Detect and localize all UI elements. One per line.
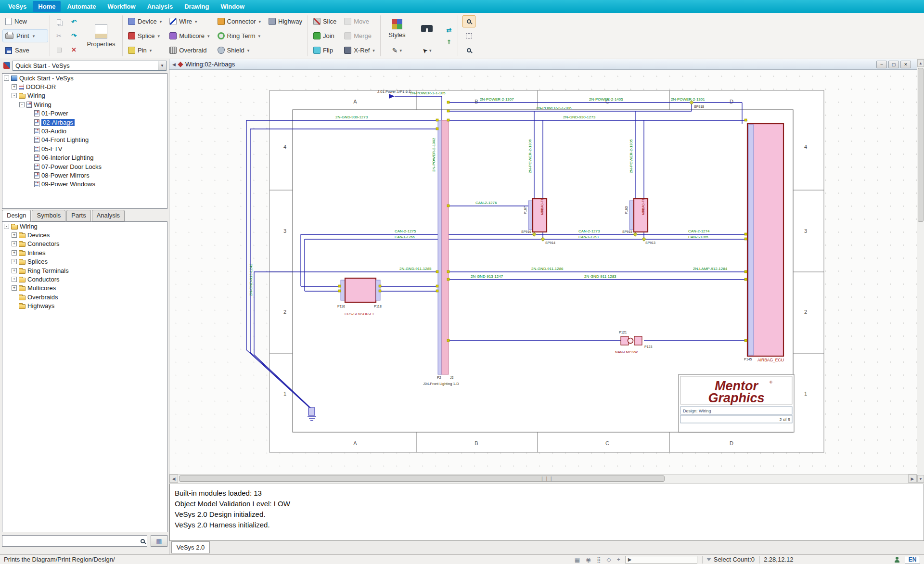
- ground-symbol[interactable]: [308, 408, 315, 415]
- expand-icon[interactable]: +: [12, 84, 17, 90]
- palette-tree-item-overbraids[interactable]: -Overbraids: [2, 293, 167, 301]
- filter-icon[interactable]: [706, 558, 711, 561]
- palette-tree-item-wiring[interactable]: -Wiring: [2, 222, 167, 231]
- wiring-diagram[interactable]: AABBCCDD44332211J-01-Power-1/P1-6-D2N-PO…: [169, 70, 917, 474]
- scroll-left-button[interactable]: ◀: [169, 474, 178, 483]
- tool-connector-button[interactable]: Connector▾: [216, 14, 263, 28]
- grid-dots-icon[interactable]: ⣿: [597, 556, 601, 563]
- tab-parts[interactable]: Parts: [66, 210, 90, 221]
- copy-icon[interactable]: [57, 19, 61, 25]
- tool-wire-button[interactable]: Wire▾: [167, 14, 211, 28]
- project-tree-item-04-front-lighting[interactable]: -04-Front Lighting: [2, 136, 167, 144]
- vertical-scroll-thumb[interactable]: [918, 68, 924, 222]
- palette-grid-view-button[interactable]: ▦: [151, 535, 167, 547]
- tool-shield-button[interactable]: Shield▾: [216, 43, 263, 57]
- project-tree-item-door-dr[interactable]: +DOOR-DR: [2, 82, 167, 91]
- palette-search-input[interactable]: [2, 538, 141, 545]
- palette-tree-item-devices[interactable]: +Devices: [2, 231, 167, 239]
- restore-button[interactable]: ▢: [888, 61, 899, 68]
- collapse-panel-icon[interactable]: ◀: [172, 62, 176, 67]
- menu-item-home[interactable]: Home: [33, 1, 61, 12]
- select-tool-button[interactable]: ➤ ▾: [422, 44, 431, 57]
- minimize-button[interactable]: –: [876, 61, 887, 68]
- project-tree-item-03-audio[interactable]: -03-Audio: [2, 127, 167, 135]
- harness-bus-pin-strip[interactable]: [438, 120, 442, 374]
- project-tree-item-quick-start-vesys[interactable]: -Quick Start - VeSys: [2, 74, 167, 82]
- tool-multicore-button[interactable]: Multicore▾: [167, 29, 211, 43]
- tool-slice-button[interactable]: Slice: [311, 14, 338, 28]
- cut-icon[interactable]: ✂: [56, 32, 62, 39]
- pan-grid-icon[interactable]: ▦: [575, 556, 580, 563]
- component-crs-sensor[interactable]: [345, 278, 376, 302]
- redo-icon[interactable]: ↷: [71, 32, 77, 39]
- collapse-icon[interactable]: -: [12, 93, 17, 98]
- undo-icon[interactable]: ↶: [71, 18, 77, 26]
- project-selector-combobox[interactable]: Quick Start - VeSys ▼: [13, 61, 167, 71]
- language-indicator[interactable]: EN: [905, 556, 920, 564]
- print-button[interactable]: Print▾: [2, 29, 48, 42]
- tool-device-button[interactable]: Device▾: [126, 14, 164, 28]
- tool-splice-button[interactable]: Splice▾: [126, 29, 164, 43]
- tool-highway-button[interactable]: Highway: [267, 14, 304, 28]
- chevron-down-icon[interactable]: ▾: [247, 48, 250, 53]
- expand-icon[interactable]: +: [12, 277, 17, 282]
- palette-tree-item-highways[interactable]: -Highways: [2, 302, 167, 310]
- component-lamp-conn-right[interactable]: [634, 336, 642, 345]
- component-airbag-sensor-1[interactable]: [533, 199, 547, 232]
- collapse-icon[interactable]: -: [19, 102, 25, 107]
- collapse-icon[interactable]: -: [4, 224, 9, 229]
- new-button[interactable]: New: [2, 15, 48, 28]
- palette-tree-item-connectors[interactable]: +Connectors: [2, 240, 167, 248]
- zoom-area-button[interactable]: [462, 15, 475, 27]
- menu-item-workflow[interactable]: Workflow: [102, 1, 141, 12]
- paste-icon[interactable]: [57, 48, 62, 52]
- palette-tree-item-splices[interactable]: +Splices: [2, 257, 167, 266]
- document-tab-title[interactable]: Wiring:02-Airbags: [185, 61, 235, 68]
- tool-pin-button[interactable]: Pin▾: [126, 43, 164, 57]
- chevron-down-icon[interactable]: ▾: [157, 34, 160, 38]
- snap-icon[interactable]: ◉: [586, 556, 590, 563]
- search-icon[interactable]: [141, 539, 145, 543]
- project-tree-item-06-interior-lighting[interactable]: -06-Interior Lighting: [2, 154, 167, 162]
- sensor-right-pin-strip[interactable]: [629, 201, 634, 230]
- expand-icon[interactable]: +: [12, 250, 17, 256]
- menu-item-drawing[interactable]: Drawing: [179, 1, 214, 12]
- horizontal-scroll-thumb[interactable]: [179, 475, 665, 482]
- chevron-down-icon[interactable]: ▾: [150, 48, 152, 53]
- ecu-pin-strip[interactable]: [748, 125, 754, 355]
- project-tree-item-05-ftv[interactable]: -05-FTV: [2, 144, 167, 153]
- tab-symbols[interactable]: Symbols: [32, 210, 65, 221]
- chevron-down-icon[interactable]: ▾: [207, 34, 210, 38]
- splitter-handle[interactable]: ❘❘❘: [540, 476, 553, 481]
- expand-icon[interactable]: +: [12, 285, 17, 291]
- console-tab[interactable]: VeSys 2.0: [171, 541, 210, 553]
- play-icon[interactable]: ▶: [628, 557, 632, 562]
- expand-icon[interactable]: +: [12, 268, 17, 273]
- tab-design[interactable]: Design: [2, 210, 31, 222]
- menu-item-analysis[interactable]: Analysis: [142, 1, 178, 12]
- tool-overbraid-button[interactable]: Overbraid: [167, 43, 211, 57]
- component-lamp-conn-left[interactable]: [621, 336, 629, 345]
- harness-bus[interactable]: [442, 120, 449, 374]
- project-tree-item-02-airbags[interactable]: -02-Airbags: [2, 118, 167, 127]
- project-tree-item-01-power[interactable]: -01-Power: [2, 109, 167, 118]
- chevron-down-icon[interactable]: ▾: [259, 19, 261, 24]
- chevron-down-icon[interactable]: ▾: [33, 34, 35, 38]
- expand-icon[interactable]: +: [12, 232, 17, 238]
- project-tree-item-wiring[interactable]: -Wiring: [2, 100, 167, 109]
- menu-item-window[interactable]: Window: [215, 1, 250, 12]
- scroll-down-button[interactable]: ▼: [917, 475, 924, 483]
- palette-tree-item-multicores[interactable]: +Multicores: [2, 284, 167, 293]
- chevron-down-icon[interactable]: ▼: [158, 61, 166, 70]
- tab-analysis[interactable]: Analysis: [92, 210, 125, 221]
- expand-icon[interactable]: +: [12, 259, 17, 264]
- project-tree-item-08-power-mirrors[interactable]: -08-Power Mirrors: [2, 171, 167, 179]
- swap-icon[interactable]: ⇄: [446, 26, 451, 34]
- collapse-icon[interactable]: -: [4, 76, 9, 81]
- lamp-symbol[interactable]: [628, 338, 633, 344]
- import-icon[interactable]: ⇑: [446, 38, 451, 46]
- crosshair-icon[interactable]: +: [617, 556, 620, 563]
- palette-tree-item-ring-terminals[interactable]: +Ring Terminals: [2, 266, 167, 275]
- tool-join-button[interactable]: Join: [311, 29, 338, 43]
- scroll-up-button[interactable]: ▲: [917, 59, 924, 67]
